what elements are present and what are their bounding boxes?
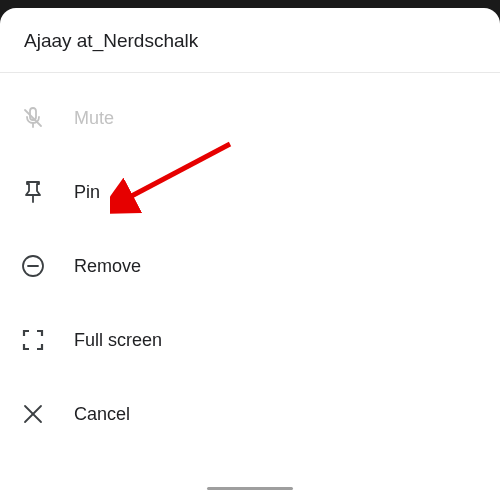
close-icon bbox=[20, 401, 46, 427]
fullscreen-icon bbox=[20, 327, 46, 353]
cancel-option[interactable]: Cancel bbox=[0, 377, 500, 451]
bottom-sheet: Ajaay at_Nerdschalk Mute Pin bbox=[0, 8, 500, 500]
remove-icon bbox=[20, 253, 46, 279]
remove-label: Remove bbox=[74, 256, 141, 277]
participant-name: Ajaay at_Nerdschalk bbox=[24, 30, 476, 52]
mute-label: Mute bbox=[74, 108, 114, 129]
pin-option[interactable]: Pin bbox=[0, 155, 500, 229]
sheet-header: Ajaay at_Nerdschalk bbox=[0, 8, 500, 73]
home-indicator bbox=[207, 487, 293, 490]
remove-option[interactable]: Remove bbox=[0, 229, 500, 303]
menu-list: Mute Pin Remove bbox=[0, 73, 500, 451]
fullscreen-label: Full screen bbox=[74, 330, 162, 351]
fullscreen-option[interactable]: Full screen bbox=[0, 303, 500, 377]
pin-icon bbox=[20, 179, 46, 205]
mute-icon bbox=[20, 105, 46, 131]
mute-option: Mute bbox=[0, 81, 500, 155]
pin-label: Pin bbox=[74, 182, 100, 203]
cancel-label: Cancel bbox=[74, 404, 130, 425]
